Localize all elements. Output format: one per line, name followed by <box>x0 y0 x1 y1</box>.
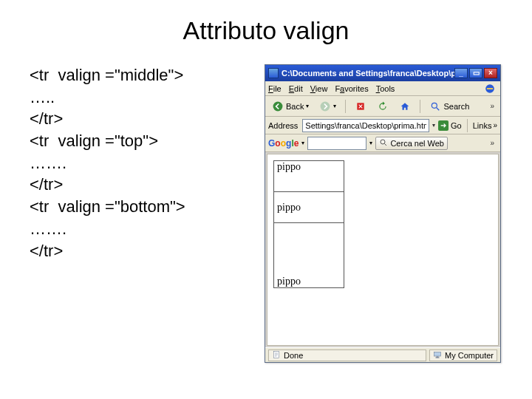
menubar: File Edit View Favorites Tools <box>265 81 500 96</box>
svg-rect-8 <box>436 356 438 357</box>
svg-rect-9 <box>435 357 439 358</box>
table-row-middle: pippo <box>274 192 344 223</box>
google-logo[interactable]: Google <box>268 138 299 149</box>
status-bar: Done My Computer <box>265 347 500 362</box>
computer-icon <box>433 350 442 361</box>
status-zone-label: My Computer <box>445 351 494 360</box>
toolbar-overflow-icon[interactable]: » <box>487 102 497 110</box>
nav-toolbar: Back ▾ ▾ <box>265 96 500 117</box>
toolbar-separator <box>345 100 346 113</box>
address-input[interactable] <box>302 119 429 132</box>
stop-button[interactable] <box>351 98 370 115</box>
stop-icon <box>355 100 366 112</box>
go-button[interactable]: ➜ Go <box>438 120 462 131</box>
menu-tools[interactable]: Tools <box>376 84 395 93</box>
back-arrow-icon <box>272 100 284 112</box>
refresh-button[interactable] <box>373 98 392 115</box>
table-row-top: pippo <box>274 161 344 192</box>
menu-view[interactable]: View <box>310 84 328 93</box>
back-label: Back <box>286 102 304 111</box>
code-line: </tr> <box>30 108 251 130</box>
window-title: C:\Documents and Settings\franca\Desktop… <box>282 69 454 78</box>
chevron-down-icon: ▾ <box>333 103 336 109</box>
address-label: Address <box>268 121 298 130</box>
svg-point-2 <box>321 101 330 111</box>
code-column: <tr valign ="middle"> ….. </tr> <tr vali… <box>30 64 251 262</box>
code-line: ……. <box>30 218 251 240</box>
menu-favorites[interactable]: Favorites <box>335 84 368 93</box>
ie-window: C:\Documents and Settings\franca\Desktop… <box>265 64 501 363</box>
status-zone: My Computer <box>429 349 497 361</box>
demo-table: pippo pippo pippo <box>273 160 344 288</box>
back-button[interactable]: Back ▾ <box>268 98 313 115</box>
google-cerca-label: Cerca nel Web <box>390 139 444 148</box>
toolbar-separator <box>420 100 420 113</box>
cell-top: pippo <box>274 161 344 192</box>
menu-file[interactable]: File <box>268 84 282 93</box>
search-icon <box>429 100 441 112</box>
code-line: </tr> <box>30 240 251 262</box>
links-label: Links <box>473 121 492 130</box>
close-button[interactable]: × <box>484 68 497 78</box>
code-line: <tr valign ="top"> <box>30 130 251 152</box>
table-row-bottom: pippo <box>274 223 344 288</box>
google-search-web-button[interactable]: Cerca nel Web <box>375 137 448 150</box>
page-icon <box>272 350 281 361</box>
chevron-down-icon[interactable]: ▾ <box>369 140 372 146</box>
slide-title: Attributo valign <box>0 0 532 52</box>
chevron-down-icon[interactable]: ▾ <box>301 140 304 146</box>
search-icon <box>379 138 388 149</box>
svg-point-5 <box>381 140 385 144</box>
google-overflow-icon[interactable]: » <box>487 139 497 147</box>
cell-middle: pippo <box>274 192 344 223</box>
links-button[interactable]: Links » <box>473 121 497 130</box>
search-label: Search <box>443 102 469 111</box>
code-line: <tr valign ="bottom"> <box>30 196 251 218</box>
svg-point-4 <box>432 103 437 108</box>
code-line: ……. <box>30 152 251 174</box>
minimize-button[interactable]: _ <box>454 68 468 78</box>
ie-logo-icon <box>482 83 497 95</box>
maximize-button[interactable]: ▭ <box>469 68 482 78</box>
refresh-icon <box>377 100 389 112</box>
google-toolbar: Google ▾ ▾ Cerca nel Web » <box>265 134 500 152</box>
status-done: Done <box>268 349 426 361</box>
toolbar-separator <box>467 119 468 132</box>
svg-rect-7 <box>434 352 440 356</box>
ie-app-icon <box>268 68 279 78</box>
chevron-down-icon: ▾ <box>306 103 309 109</box>
links-overflow-icon: » <box>493 121 497 129</box>
home-button[interactable] <box>395 98 415 115</box>
svg-point-1 <box>273 101 283 111</box>
go-arrow-icon: ➜ <box>438 120 449 131</box>
menu-edit[interactable]: Edit <box>289 84 303 93</box>
home-icon <box>399 100 411 112</box>
go-label: Go <box>451 121 462 130</box>
code-line: </tr> <box>30 174 251 196</box>
code-line: <tr valign ="middle"> <box>30 64 251 86</box>
forward-button[interactable]: ▾ <box>316 98 340 115</box>
search-button[interactable]: Search <box>426 98 473 115</box>
status-done-label: Done <box>284 351 303 360</box>
address-bar: Address ▾ ➜ Go Links » <box>265 117 500 134</box>
address-dropdown-icon[interactable]: ▾ <box>432 122 435 129</box>
google-search-input[interactable] <box>307 137 366 150</box>
page-viewport[interactable]: pippo pippo pippo <box>267 154 499 346</box>
titlebar[interactable]: C:\Documents and Settings\franca\Desktop… <box>265 65 500 81</box>
forward-arrow-icon <box>319 100 331 112</box>
code-line: ….. <box>30 86 251 109</box>
cell-bottom: pippo <box>274 223 344 288</box>
